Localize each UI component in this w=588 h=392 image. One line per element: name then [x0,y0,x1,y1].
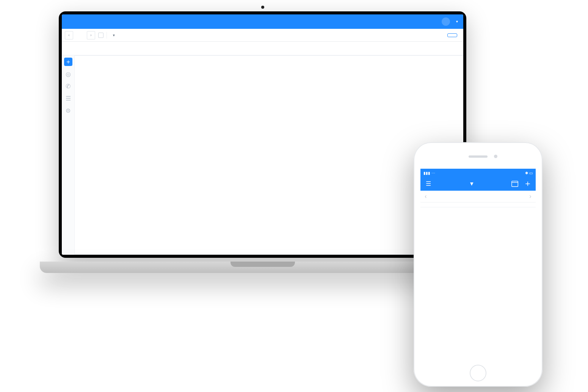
prev-week-button[interactable]: ‹ [65,31,73,39]
phone-header: ☰ ▾ ＋ [420,177,536,191]
phone-day-label [420,207,437,364]
location-icon[interactable]: ◎ [64,70,72,78]
side-rail: ＋ ◎ ✆ ☰ ⊜ [62,55,75,255]
svg-rect-0 [512,181,518,187]
grid-rows [75,56,463,254]
select-all-checkbox[interactable] [98,33,103,38]
today-button[interactable] [447,33,457,37]
menu-icon[interactable]: ☰ [424,179,433,188]
calendar-icon[interactable] [511,179,519,188]
laptop-screen: ▾ ‹ › ▾ ＋ [59,11,466,258]
avatar [442,17,450,26]
phone-statusbar: ▮▮▮ ⋯ ✱ ▭ [420,169,536,177]
month-selector[interactable]: ▾ [470,180,474,188]
phone-day-picker: ‹ › [420,191,536,202]
carrier-label: ▮▮▮ ⋯ [423,171,435,175]
list-icon[interactable]: ☰ [64,94,72,102]
user-menu[interactable]: ▾ [442,17,458,26]
prev-days-button[interactable]: ‹ [422,193,430,200]
phone-icon[interactable]: ✆ [64,82,72,90]
app-window: ▾ ‹ › ▾ ＋ [62,14,463,255]
phone-shift-list [420,207,536,364]
toolbar: ‹ › ▾ [62,29,463,42]
schedule-grid [75,55,463,255]
phone-screen: ▮▮▮ ⋯ ✱ ▭ ☰ ▾ ＋ ‹ › [420,169,536,364]
chevron-down-icon: ▾ [456,19,458,24]
add-shift-button[interactable]: ＋ [64,58,72,66]
stats-bar [62,42,463,55]
add-icon[interactable]: ＋ [524,179,532,188]
phone-range-row [420,202,536,207]
laptop-camera [261,6,264,9]
phone-frame: ▮▮▮ ⋯ ✱ ▭ ☰ ▾ ＋ ‹ › [414,142,543,387]
grid-footer [75,254,463,255]
battery-label: ✱ ▭ [525,171,533,175]
next-week-button[interactable]: › [87,31,95,39]
filter-icon[interactable]: ⊜ [64,106,72,114]
schedule-body: ＋ ◎ ✆ ☰ ⊜ [62,55,463,255]
sort-value[interactable]: ▾ [113,33,115,37]
top-navbar: ▾ [62,14,463,29]
next-days-button[interactable]: › [527,193,534,200]
